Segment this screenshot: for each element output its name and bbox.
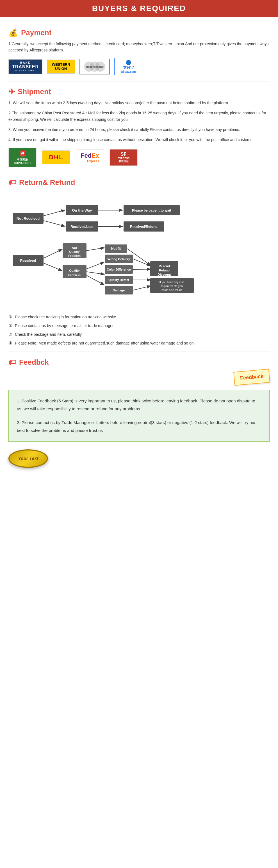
svg-text:Quality Defect: Quality Defect	[108, 278, 129, 282]
western-union-logo: WESTERN UNION	[47, 60, 75, 73]
svg-line-21	[43, 263, 62, 271]
payment-icon: 💰	[8, 28, 18, 37]
svg-text:Resend: Resend	[159, 265, 170, 268]
alipay-logo: 🔵 支付宝 Alipay.com	[114, 58, 142, 75]
note-item-2: ② Please contact us by meesage, e-mail, …	[8, 322, 270, 329]
page-header: BUYERS & REQUIRED	[0, 0, 278, 17]
refund-notes-list: ① Please check the tracking in formation…	[8, 313, 270, 347]
svg-line-26	[86, 248, 104, 251]
feedback-section-title: 🏷 Feedbck	[8, 358, 270, 367]
fedex-logo: FedEx Express	[76, 150, 104, 165]
payment-section-title: 💰 Payment	[8, 28, 270, 37]
svg-line-44	[133, 259, 150, 266]
shipment-logos-row: 📮 中国邮政CHINA POST DHL FedEx Express SF EX…	[8, 148, 270, 167]
svg-line-47	[133, 286, 150, 290]
feedback-para1: 1. Positive Feedback (5 Stars) is very i…	[17, 397, 261, 413]
svg-line-45	[133, 269, 150, 270]
shipment-icon: ✈	[8, 87, 15, 96]
shipment-section-title: ✈ Shipment	[8, 87, 270, 96]
note-item-3: ③ Check the package and Item, carefully.	[8, 331, 270, 338]
svg-text:Received/Lost: Received/Lost	[70, 225, 93, 229]
shipment-para2: 2.The shipment by China Post Registered …	[8, 110, 270, 123]
refund-section-title: 🏷 Return& Refund	[8, 178, 270, 187]
svg-line-7	[43, 221, 65, 226]
shipment-para1: 1. We will sent the items within 2-5days…	[8, 100, 270, 106]
refund-divider	[8, 351, 270, 352]
svg-text:Color Difference: Color Difference	[107, 268, 131, 271]
svg-text:On the Way: On the Way	[72, 208, 92, 212]
svg-text:Received/Refund: Received/Refund	[130, 225, 157, 229]
svg-text:requirements you: requirements you	[161, 285, 182, 288]
refund-icon: 🏷	[8, 178, 16, 187]
svg-text:Not: Not	[72, 246, 77, 250]
payment-logos-row: BANK TRANSFER INTERNATIONAL WESTERN UNIO…	[8, 58, 270, 75]
svg-text:If you have any else: If you have any else	[160, 281, 184, 284]
svg-line-34	[86, 275, 104, 285]
payment-description: 1.Generally, we accept the following pay…	[8, 41, 270, 53]
dhl-logo: DHL	[42, 150, 70, 164]
svg-line-6	[43, 210, 65, 216]
svg-text:Quality: Quality	[69, 269, 80, 272]
refund-title-text: Return& Refund	[19, 178, 75, 187]
svg-text:Not fit: Not fit	[111, 247, 121, 251]
your-text-badge-wrapper: Your Text	[8, 446, 270, 468]
feedback-top-row: Feedback	[8, 370, 270, 387]
svg-line-20	[43, 250, 62, 258]
shipment-para4: 4. If you have not got it within the shi…	[8, 136, 270, 143]
svg-text:Discount: Discount	[158, 273, 171, 276]
your-text-badge: Your Text	[8, 449, 48, 468]
bank-transfer-logo: BANK TRANSFER INTERNATIONAL	[8, 59, 42, 74]
svg-text:Problem: Problem	[68, 273, 80, 277]
svg-line-32	[86, 262, 104, 269]
badge-text: Your Text	[18, 456, 38, 461]
note-item-4: ④ Please Note: Men made defects are not …	[8, 339, 270, 347]
svg-text:Received: Received	[20, 258, 36, 263]
payment-title-text: Payment	[21, 28, 51, 37]
svg-line-33	[86, 272, 104, 274]
feedback-title-text: Feedbck	[19, 358, 49, 367]
sf-express-logo: SF EXPRESS顺丰速运	[109, 149, 138, 166]
svg-text:Problem: Problem	[68, 254, 80, 257]
feedback-content: 1. Positive Feedback (5 Stars) is very i…	[8, 390, 270, 442]
moneybookers-logo: moneybookers	[79, 59, 110, 74]
svg-text:Not Received: Not Received	[16, 216, 40, 221]
shipment-para3: 3. When you receive the items you ordere…	[8, 126, 270, 133]
svg-text:Wrong Delivery: Wrong Delivery	[108, 257, 130, 261]
feedback-card: Feedback	[233, 369, 270, 385]
chinapost-logo: 📮 中国邮政CHINA POST	[8, 148, 36, 167]
svg-text:Refund: Refund	[159, 269, 170, 272]
svg-text:moneybookers: moneybookers	[85, 65, 104, 68]
shipment-divider	[8, 172, 270, 172]
svg-text:Damage: Damage	[113, 288, 125, 292]
note-item-1: ① Please check the tracking in formation…	[8, 313, 270, 321]
svg-text:Please be patient to wait: Please be patient to wait	[132, 209, 171, 212]
feedback-para2: 2. Please contact us by Trade Manager or…	[17, 419, 261, 435]
shipment-title-text: Shipment	[18, 87, 51, 96]
svg-text:Quality: Quality	[69, 250, 80, 253]
svg-text:could also tell us: could also tell us	[162, 288, 182, 292]
payment-divider	[8, 81, 270, 82]
refund-flowchart: Not Received On the Way Please be patien…	[8, 190, 270, 309]
feedback-icon: 🏷	[8, 358, 16, 367]
